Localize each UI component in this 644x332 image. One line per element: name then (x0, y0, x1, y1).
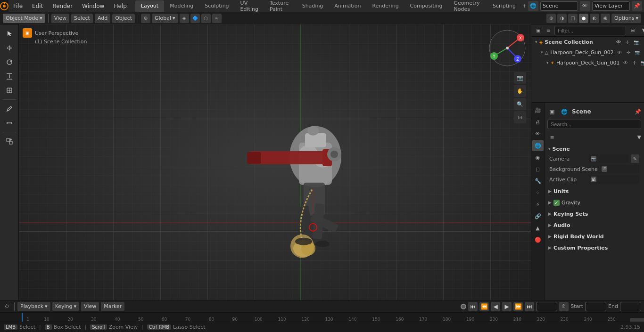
cursor-hide-icon[interactable]: ✛ (624, 38, 631, 46)
add-menu[interactable]: Add (95, 14, 110, 23)
sort-icon[interactable]: ⊟ (628, 26, 637, 35)
material-props-icon[interactable]: 🔴 (532, 234, 544, 245)
add-object-tool[interactable] (2, 135, 17, 148)
end-frame-input[interactable]: 250 (620, 302, 641, 311)
tab-texture-paint[interactable]: Texture Paint (264, 0, 297, 12)
pin-icon[interactable]: 📌 (632, 1, 642, 11)
transform-selector[interactable]: Global ▾ (152, 14, 178, 23)
scene-collection-header[interactable]: ▾ ◈ Scene Collection 👁 ✛ 📷 (531, 37, 644, 47)
camera-value[interactable]: 📷 (589, 154, 629, 163)
scene-name-input[interactable]: Scene (540, 1, 578, 11)
move-tool[interactable] (2, 41, 17, 55)
viewport[interactable]: ▣ User Perspective (1) Scene Collection … (19, 24, 531, 300)
jump-start-btn[interactable]: ⏮ (468, 302, 478, 311)
keying-sets-collapse-row[interactable]: ▶ Keying Sets (547, 209, 641, 219)
particles-props-icon[interactable]: ⁘ (532, 187, 544, 198)
cursor-tool[interactable] (2, 27, 17, 40)
props-editor-icon[interactable]: ▣ (547, 107, 557, 116)
tab-modeling[interactable]: Modeling (164, 0, 199, 12)
item-1-render-icon[interactable]: 📷 (640, 59, 644, 66)
outliner-item-1[interactable]: ▾ ✦ Harpoon_Deck_Gun_001 👁 ✛ 📷 (531, 57, 644, 68)
annotate-tool[interactable] (2, 102, 17, 115)
outliner-item-0[interactable]: ▾ △ Harpoon_Deck_Gun_002 👁 ✛ 📷 (531, 47, 644, 57)
object-props-icon[interactable]: ◻ (532, 163, 544, 175)
gravity-checkbox[interactable]: ✓ (553, 200, 560, 206)
tab-sculpting[interactable]: Sculpting (199, 0, 234, 12)
item-1-eye-icon[interactable]: 👁 (622, 59, 629, 66)
custom-props-collapse-row[interactable]: ▶ Custom Properties (547, 243, 641, 252)
scene-collapse-row[interactable]: ▾ Scene (547, 144, 641, 154)
modifier-props-icon[interactable]: 🔧 (532, 175, 544, 186)
scene-selector-icon[interactable]: 🌐 (528, 1, 538, 11)
view-layer-props-icon[interactable]: 👁 (532, 128, 544, 139)
add-workspace-button[interactable]: + (521, 1, 528, 11)
clock-icon[interactable]: ⏱ (559, 302, 569, 311)
render-hide-icon[interactable]: 📷 (633, 38, 640, 46)
menu-edit[interactable]: Edit (27, 0, 48, 12)
item-0-cursor-icon[interactable]: ✛ (625, 49, 632, 56)
editor-type-icon[interactable]: ▣ (534, 26, 543, 35)
world-props-icon[interactable]: ◉ (532, 152, 544, 163)
item-0-eye-icon[interactable]: 👁 (616, 49, 623, 56)
props-pin-icon[interactable]: 📌 (635, 109, 641, 115)
solid-mode-icon[interactable]: ● (579, 14, 588, 23)
record-button[interactable] (461, 304, 466, 309)
scale-tool[interactable] (2, 70, 17, 83)
filter-icon[interactable]: ▼ (639, 26, 644, 35)
props-search-input[interactable] (547, 120, 641, 129)
units-collapse-row[interactable]: ▶ Units (547, 186, 641, 196)
frame-view-icon[interactable]: ⊡ (514, 111, 526, 123)
snap-icon[interactable]: 🔷 (190, 14, 200, 23)
viewport-gizmos-icon[interactable]: ⊕ (546, 14, 556, 23)
jump-end-btn[interactable]: ⏭ (525, 302, 534, 311)
audio-collapse-row[interactable]: ▶ Audio (547, 220, 641, 230)
camera-view-icon[interactable]: 📷 (514, 72, 526, 84)
tab-animation[interactable]: Animation (329, 0, 366, 12)
select-menu[interactable]: Select (71, 14, 93, 23)
menu-window[interactable]: Window (77, 0, 109, 12)
xray-icon[interactable]: □ (568, 14, 578, 23)
rotate-tool[interactable] (2, 56, 17, 69)
view-layer-icon[interactable]: 👁 (580, 1, 590, 11)
rigid-body-collapse-row[interactable]: ▶ Rigid Body World (547, 232, 641, 241)
material-mode-icon[interactable]: ◐ (590, 14, 599, 23)
eye-icon[interactable]: 👁 (615, 38, 622, 46)
item-0-render-icon[interactable]: 📷 (634, 49, 641, 56)
overlay-icon[interactable]: ◑ (557, 14, 567, 23)
tab-rendering[interactable]: Rendering (366, 0, 404, 12)
tab-geometry-nodes[interactable]: Geometry Nodes (448, 0, 487, 12)
data-props-icon[interactable]: ▲ (532, 222, 544, 234)
scene-props-icon[interactable]: 🌐 (532, 140, 544, 151)
measure-tool[interactable] (2, 116, 17, 130)
view-menu[interactable]: View (51, 14, 69, 23)
menu-help[interactable]: Help (109, 0, 131, 12)
active-clip-value[interactable]: 📽 (589, 175, 639, 184)
hand-tool-icon[interactable]: ✋ (514, 85, 526, 97)
gravity-collapse-row[interactable]: ▶ ✓ Gravity (547, 198, 641, 207)
render-props-icon[interactable]: 🎥 (532, 105, 544, 116)
object-menu[interactable]: Object (112, 14, 135, 23)
viewport-gizmo[interactable]: X Y Z (488, 29, 526, 67)
view-menu-tl[interactable]: View (81, 302, 99, 311)
keying-menu[interactable]: Keying ▾ (52, 302, 79, 311)
start-frame-input[interactable]: 1 (585, 302, 606, 311)
marker-menu[interactable]: Marker (101, 302, 124, 311)
timeline-editor-icon[interactable]: ⏱ (3, 302, 11, 311)
menu-file[interactable]: File (8, 0, 27, 12)
menu-render[interactable]: Render (48, 0, 77, 12)
object-mode-selector[interactable]: Object Mode ▾ (3, 14, 45, 23)
proportional-icon[interactable]: ○ (201, 14, 211, 23)
step-fwd-btn[interactable]: ⏩ (513, 302, 523, 311)
transform-tool[interactable] (2, 84, 17, 97)
item-1-cursor-icon[interactable]: ✛ (631, 59, 638, 66)
pivot-icon[interactable]: ◈ (180, 14, 189, 23)
rendered-mode-icon[interactable]: ◉ (601, 14, 610, 23)
background-scene-value[interactable]: 🎬 (600, 165, 639, 173)
physics-props-icon[interactable]: ⚡ (532, 199, 544, 210)
play-back-btn[interactable]: ◀ (491, 302, 500, 311)
tab-layout[interactable]: Layout (135, 0, 164, 12)
options-btn[interactable]: Options ▾ (611, 14, 641, 23)
graph-icon[interactable]: ≈ (212, 14, 222, 23)
timeline-scroll-indicator[interactable] (630, 318, 644, 322)
tab-compositing[interactable]: Compositing (405, 0, 448, 12)
